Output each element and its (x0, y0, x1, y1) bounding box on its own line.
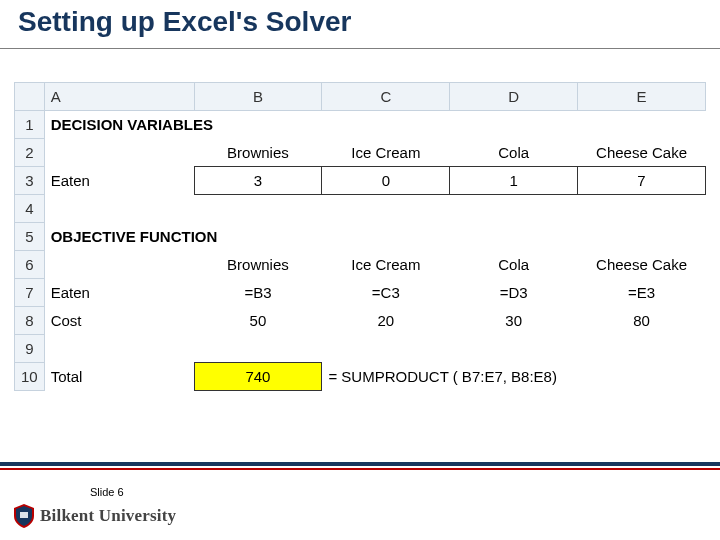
label-total: Total (44, 363, 194, 391)
section-objective: OBJECTIVE FUNCTION (44, 223, 322, 251)
row-num: 1 (15, 111, 45, 139)
title-rule (0, 48, 720, 49)
dv-header-e: Cheese Cake (578, 139, 706, 167)
corner-cell (15, 83, 45, 111)
row-10: 10 Total 740 = SUMPRODUCT ( B7:E7, B8:E8… (15, 363, 706, 391)
footer-rule-red (0, 468, 720, 470)
row-num: 8 (15, 307, 45, 335)
row-1: 1 DECISION VARIABLES (15, 111, 706, 139)
row-3: 3 Eaten 3 0 1 7 (15, 167, 706, 195)
row-num: 10 (15, 363, 45, 391)
of-header-c: Ice Cream (322, 251, 450, 279)
of-eaten-d: =D3 (450, 279, 578, 307)
col-header-d: D (450, 83, 578, 111)
dv-header-b: Brownies (194, 139, 322, 167)
section-decision: DECISION VARIABLES (44, 111, 322, 139)
slide-title: Setting up Excel's Solver (18, 6, 351, 38)
label-eaten: Eaten (44, 167, 194, 195)
shield-icon (14, 504, 34, 528)
dv-header-d: Cola (450, 139, 578, 167)
row-num: 5 (15, 223, 45, 251)
of-eaten-c: =C3 (322, 279, 450, 307)
slide: Setting up Excel's Solver A B C D E 1 DE… (0, 0, 720, 540)
dv-value-b: 3 (194, 167, 322, 195)
dv-header-c: Ice Cream (322, 139, 450, 167)
row-9: 9 (15, 335, 706, 363)
row-num: 4 (15, 195, 45, 223)
of-cost-c: 20 (322, 307, 450, 335)
row-8: 8 Cost 50 20 30 80 (15, 307, 706, 335)
university-name: Bilkent University (40, 506, 176, 526)
row-7: 7 Eaten =B3 =C3 =D3 =E3 (15, 279, 706, 307)
university-logo: Bilkent University (14, 504, 176, 528)
row-num: 9 (15, 335, 45, 363)
dv-value-e: 7 (578, 167, 706, 195)
row-num: 7 (15, 279, 45, 307)
col-header-b: B (194, 83, 322, 111)
slide-number: Slide 6 (90, 486, 124, 498)
row-2: 2 Brownies Ice Cream Cola Cheese Cake (15, 139, 706, 167)
col-header-a: A (44, 83, 194, 111)
col-header-e: E (578, 83, 706, 111)
row-num: 6 (15, 251, 45, 279)
total-value: 740 (194, 363, 322, 391)
of-header-d: Cola (450, 251, 578, 279)
col-header-c: C (322, 83, 450, 111)
dv-value-c: 0 (322, 167, 450, 195)
spreadsheet: A B C D E 1 DECISION VARIABLES 2 Brownie… (14, 82, 706, 391)
of-cost-e: 80 (578, 307, 706, 335)
row-num: 3 (15, 167, 45, 195)
footer-rule-blue (0, 462, 720, 466)
row-4: 4 (15, 195, 706, 223)
of-cost-b: 50 (194, 307, 322, 335)
row-5: 5 OBJECTIVE FUNCTION (15, 223, 706, 251)
of-eaten-e: =E3 (578, 279, 706, 307)
label-eaten-of: Eaten (44, 279, 194, 307)
row-num: 2 (15, 139, 45, 167)
total-formula: = SUMPRODUCT ( B7:E7, B8:E8) (322, 363, 706, 391)
label-cost: Cost (44, 307, 194, 335)
of-eaten-b: =B3 (194, 279, 322, 307)
of-cost-d: 30 (450, 307, 578, 335)
spreadsheet-table: A B C D E 1 DECISION VARIABLES 2 Brownie… (14, 82, 706, 391)
of-header-e: Cheese Cake (578, 251, 706, 279)
header-row: A B C D E (15, 83, 706, 111)
of-header-b: Brownies (194, 251, 322, 279)
svg-rect-0 (20, 512, 28, 518)
row-6: 6 Brownies Ice Cream Cola Cheese Cake (15, 251, 706, 279)
dv-value-d: 1 (450, 167, 578, 195)
